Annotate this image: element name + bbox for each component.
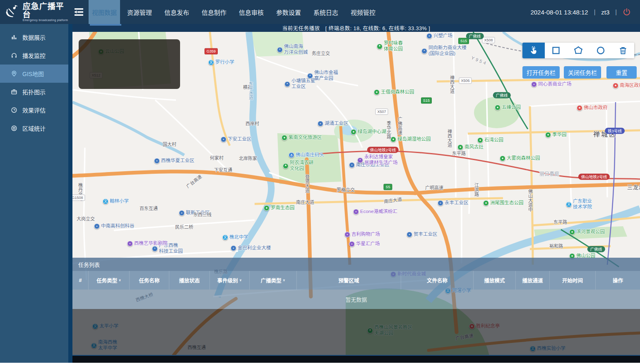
- sidebar-item-broadcast-monitoring[interactable]: 播发监控: [0, 46, 68, 65]
- tab-info-publish[interactable]: 信息发布: [159, 0, 195, 24]
- map-poi-label: ▪湖涌工业区: [318, 121, 349, 127]
- map-label-text: 兴塑广场: [433, 33, 452, 39]
- rect-draw-tool[interactable]: [545, 43, 567, 58]
- map-label-text: 佛山大道中: [527, 189, 533, 212]
- sidebar-item-effect-evaluation[interactable]: 效果评估: [0, 101, 68, 119]
- map-label-text: 贺丰工业区: [414, 232, 438, 237]
- map-label-text: 禅西大道: [447, 129, 452, 147]
- map-road-badge: 佛山地铁2号线: [578, 174, 610, 180]
- tab-resource-mgmt[interactable]: 资源管理: [122, 0, 157, 24]
- gis-map-canvas[interactable]: ●云山公园●罗村咏春体育公园▪兴塑广场●王借岗森林公园●五峰公园●绿岛湖中心湖●…: [72, 32, 640, 363]
- power-icon[interactable]: [623, 8, 631, 16]
- map-ind-pin-icon: ▪: [349, 162, 355, 168]
- open-taskbar-button[interactable]: 打开任务栏: [522, 66, 560, 79]
- map-label-text: 何家村: [210, 156, 224, 161]
- map-ind-pin-icon: ▪: [318, 121, 323, 127]
- sidebar-item-region-statistics[interactable]: 区域统计: [0, 119, 68, 137]
- map-park-pin-icon: ●: [545, 132, 551, 138]
- map-mall-pin-icon: ▪: [344, 232, 350, 237]
- map-road-label: 民乐二桥: [175, 225, 193, 230]
- sidebar-collapse-icon[interactable]: [70, 0, 88, 24]
- map-label-text: 务庄立交: [312, 51, 330, 56]
- map-poi-label: ●罗南生态园: [264, 205, 295, 211]
- map-road-badge: 广佛线: [587, 246, 605, 252]
- map-road-badge: S5: [383, 184, 392, 190]
- map-road-badge: X507: [375, 109, 388, 115]
- map-park-pin-icon: ●: [495, 105, 500, 110]
- map-ind-pin-icon: ▪: [438, 200, 443, 206]
- map-park-pin-icon: ●: [283, 163, 289, 169]
- map-label-text: 湖涌工业区: [325, 121, 349, 127]
- map-label-text: 罗南生态园: [271, 205, 295, 211]
- pan-tool[interactable]: [522, 43, 545, 58]
- map-label-text: 石湾公园: [484, 137, 503, 143]
- map-label-text: 南庄大道: [296, 200, 314, 205]
- map-ind-pin-icon: ▪: [152, 246, 158, 251]
- tab-info-review[interactable]: 信息审核: [233, 0, 269, 24]
- tab-view-data[interactable]: 视图数据: [89, 0, 120, 24]
- column-header-1[interactable]: 任务类型∨: [89, 271, 130, 290]
- map-label-text: 北岸陈家: [239, 156, 257, 161]
- map-label-text: 华星汇广场: [356, 241, 380, 247]
- map-label-text: 丽日豪庭: [539, 171, 559, 177]
- map-label-text: 罗格立交: [337, 187, 355, 193]
- map-poi-label: ●季华园: [545, 132, 567, 138]
- sort-caret-icon: ∨: [118, 278, 121, 282]
- map-park-pin-icon: ●: [569, 229, 575, 235]
- map-road-badge: 广佛线: [493, 92, 511, 98]
- app-window: 应急广播平台 Emergency broadcasting platform 视…: [0, 0, 640, 363]
- column-header-6: 预警区域: [297, 271, 401, 290]
- column-header-5[interactable]: 广播类型∨: [250, 271, 297, 290]
- map-label-text: 绿岛湖湿地公园: [397, 136, 431, 142]
- map-label-text: 金巴利企业大楼: [238, 245, 271, 251]
- map-label-text: 佛山市政府: [584, 105, 608, 111]
- close-taskbar-button[interactable]: 关闭任务栏: [564, 66, 601, 79]
- map-poi-label: 文广东职业技术学院: [566, 199, 592, 210]
- circle-draw-tool[interactable]: [589, 43, 612, 58]
- sidebar-item-topology-view[interactable]: 拓扑图示: [0, 83, 68, 101]
- tab-video-mgmt[interactable]: 视频管控: [345, 0, 381, 24]
- map-road-label: 江滨路: [474, 183, 479, 196]
- map-ind-pin-icon: ▪: [407, 232, 412, 237]
- column-header-4[interactable]: 事件级别∨: [210, 271, 250, 290]
- map-sch-pin-icon: 文: [103, 199, 108, 204]
- map-pin-icon: [11, 70, 17, 77]
- tab-info-create[interactable]: 信息制作: [196, 0, 232, 24]
- tab-system-log[interactable]: 系统日志: [308, 0, 344, 24]
- polygon-draw-tool[interactable]: [567, 43, 589, 58]
- reset-button[interactable]: 重置: [606, 66, 637, 79]
- map-label-text: 小塘镇五星工业区: [291, 78, 315, 89]
- sort-caret-icon: ∨: [239, 278, 242, 282]
- map-sch-pin-icon: 文: [222, 235, 228, 240]
- map-label-text: 滨河景观公园: [576, 229, 605, 235]
- map-label-text: 南风古灶: [464, 144, 484, 150]
- sidebar-item-label: 播发监控: [22, 51, 46, 60]
- tab-param-settings[interactable]: 参数设置: [271, 0, 306, 24]
- active-tab-underline: [90, 24, 121, 26]
- delete-tool[interactable]: [612, 43, 634, 58]
- map-road-label: 禅西大道: [447, 129, 452, 147]
- map-ind-pin-icon: ▪: [277, 47, 283, 53]
- map-road-label: 季华北路: [386, 121, 391, 139]
- map-park-pin-icon: ●: [483, 200, 489, 206]
- sidebar-item-data-display[interactable]: 数据展示: [0, 28, 68, 46]
- map-poi-label: ●绿岛湖湿地公园: [390, 136, 431, 142]
- map-poi-label: ▪西樵艺华影剧院: [127, 241, 168, 247]
- map-park-pin-icon: ●: [500, 156, 505, 161]
- map-label-text: Econe港威滨纷汇: [360, 209, 397, 215]
- task-table-empty-state: 暂无数据: [72, 290, 640, 309]
- map-park-pin-icon: ●: [282, 135, 287, 141]
- map-poi-label: 文翰林小学: [103, 199, 129, 204]
- map-anc-pin-icon: ⚓: [289, 152, 294, 158]
- map-poi-label: ▪同心荟商业广场: [531, 81, 572, 87]
- map-road-badge: 广佛线: [466, 33, 484, 39]
- map-poi-label: ▪Econe港威滨纷汇: [353, 209, 397, 215]
- sidebar-item-gis-map[interactable]: GIS地图: [0, 65, 68, 83]
- map-poi-label: ●罗村咏春体育公园: [377, 41, 403, 52]
- map-road-label: 罗格立交: [337, 187, 355, 193]
- map-poi-label: ★佛山市政府: [577, 105, 608, 111]
- map-label-text: 裕和路: [549, 244, 563, 249]
- map-label-text: 季华北路: [386, 121, 391, 139]
- map-poi-label: ▪兴塑广场: [426, 33, 452, 39]
- username-display[interactable]: zt3: [601, 9, 609, 16]
